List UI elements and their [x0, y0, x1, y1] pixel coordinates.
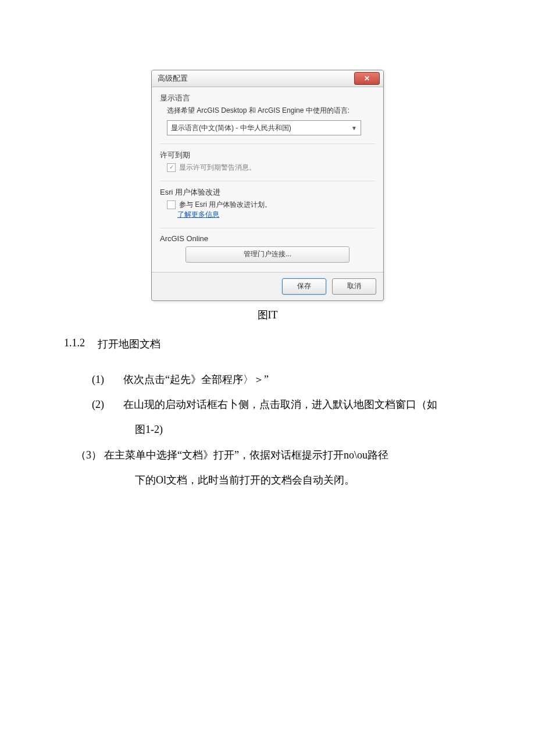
manage-portal-button[interactable]: 管理门户连接...: [186, 246, 349, 263]
divider: [160, 181, 375, 181]
step-text: 在山现的启动对话框右卜侧，点击取消，进入默认地图文档窗口（如: [123, 392, 437, 417]
divider: [160, 144, 375, 144]
esri-checkbox-row: 参与 Esri 用户体验改进计划。: [167, 200, 375, 210]
step-number: (2): [92, 392, 123, 417]
titlebar: 高级配置 ✕: [152, 70, 383, 87]
section-license-title: 许可到期: [160, 150, 375, 160]
step-text-continued: 下的Ol文档，此时当前打开的文档会自动关闭。: [135, 468, 471, 493]
chevron-down-icon: ▼: [351, 125, 357, 131]
step-text-continued: 图1-2): [135, 417, 471, 442]
step-text: 在主菜单中选择“文档》打开”，依据对话框提示打开no\ou路径: [104, 443, 388, 468]
section-heading: 1.1.2 打开地图文档: [64, 337, 471, 351]
step-number: (1): [92, 367, 123, 392]
language-combobox[interactable]: 显示语言(中文(简体) - 中华人民共和国) ▼: [167, 120, 361, 135]
dialog-title: 高级配置: [158, 73, 188, 84]
section-license: 许可到期 ✓ 显示许可到期警告消息。: [160, 150, 375, 173]
cancel-button[interactable]: 取消: [332, 278, 376, 295]
document-page: 高级配置 ✕ 显示语言 选择希望 ArcGIS Desktop 和 ArcGIS…: [0, 0, 535, 493]
figure-caption: 图IT: [64, 308, 471, 322]
section-online: ArcGIS Online 管理门户连接...: [160, 234, 375, 263]
section-esri-title: Esri 用户体验改进: [160, 187, 375, 198]
license-checkbox-row: ✓ 显示许可到期警告消息。: [167, 163, 375, 173]
dialog-screenshot: 高级配置 ✕ 显示语言 选择希望 ArcGIS Desktop 和 ArcGIS…: [151, 70, 384, 301]
divider: [160, 228, 375, 228]
steps-list: (1) 依次点击“起先》全部程序〉＞” (2) 在山现的启动对话框右卜侧，点击取…: [92, 367, 471, 493]
advanced-config-dialog: 高级配置 ✕ 显示语言 选择希望 ArcGIS Desktop 和 ArcGIS…: [151, 70, 384, 301]
learn-more-link[interactable]: 了解更多信息: [177, 210, 219, 218]
section-language-desc: 选择希望 ArcGIS Desktop 和 ArcGIS Engine 中使用的…: [167, 106, 375, 116]
close-button[interactable]: ✕: [354, 72, 380, 85]
list-item: (1) 依次点击“起先》全部程序〉＞”: [92, 367, 471, 392]
section-online-title: ArcGIS Online: [160, 234, 375, 243]
list-item: (2) 在山现的启动对话框右卜侧，点击取消，进入默认地图文档窗口（如: [92, 392, 471, 417]
license-checkbox[interactable]: ✓: [167, 163, 176, 172]
section-language: 显示语言 选择希望 ArcGIS Desktop 和 ArcGIS Engine…: [160, 93, 375, 135]
list-item: （3） 在主菜单中选择“文档》打开”，依据对话框提示打开no\ou路径: [76, 443, 471, 468]
close-icon: ✕: [364, 74, 370, 83]
heading-number: 1.1.2: [64, 337, 85, 351]
dialog-body: 显示语言 选择希望 ArcGIS Desktop 和 ArcGIS Engine…: [152, 87, 383, 272]
dialog-footer: 保存 取消: [152, 272, 383, 300]
step-number: （3）: [76, 443, 102, 468]
esri-checkbox-label: 参与 Esri 用户体验改进计划。: [179, 200, 272, 210]
save-button[interactable]: 保存: [282, 278, 326, 295]
heading-text: 打开地图文档: [98, 337, 160, 351]
section-language-title: 显示语言: [160, 93, 375, 103]
step-text: 依次点击“起先》全部程序〉＞”: [123, 367, 269, 392]
combobox-value: 显示语言(中文(简体) - 中华人民共和国): [171, 123, 291, 133]
section-esri: Esri 用户体验改进 参与 Esri 用户体验改进计划。 了解更多信息: [160, 187, 375, 220]
esri-checkbox[interactable]: [167, 200, 176, 209]
license-checkbox-label: 显示许可到期警告消息。: [179, 163, 256, 173]
